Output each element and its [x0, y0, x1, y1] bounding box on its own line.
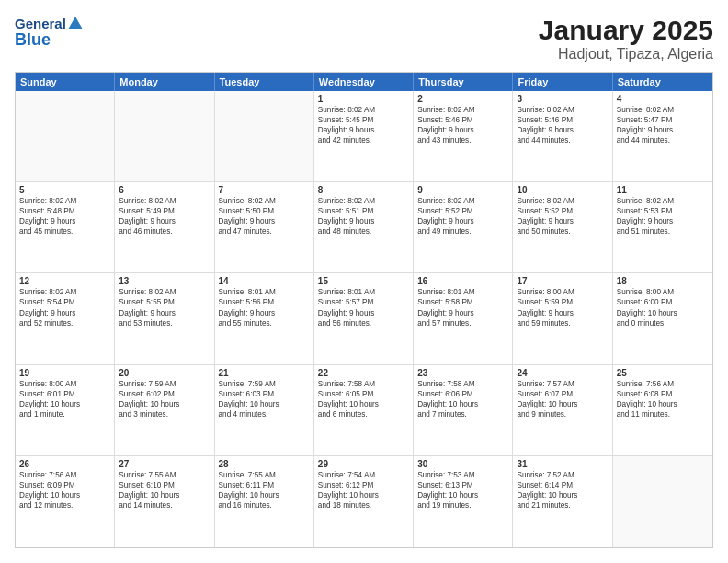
day-info-line: Daylight: 10 hours and 0 minutes.	[617, 309, 677, 327]
day-number: 19	[19, 368, 110, 378]
day-number: 14	[219, 276, 310, 286]
calendar-day-cell: 2Sunrise: 8:02 AMSunset: 5:46 PMDaylight…	[414, 91, 513, 181]
day-info-line: Daylight: 10 hours and 7 minutes.	[417, 400, 478, 419]
day-info-line: Sunrise: 7:55 AM	[119, 471, 176, 479]
day-number: 31	[517, 459, 608, 469]
day-number: 10	[517, 185, 608, 195]
day-number: 7	[219, 185, 310, 195]
day-number: 16	[417, 276, 508, 286]
day-info-line: Daylight: 10 hours and 9 minutes.	[517, 400, 577, 419]
day-info: Sunrise: 8:01 AMSunset: 5:58 PMDaylight:…	[417, 287, 508, 327]
calendar-week-row: 1Sunrise: 8:02 AMSunset: 5:45 PMDaylight…	[16, 91, 712, 182]
day-number: 28	[219, 459, 310, 469]
day-info: Sunrise: 7:55 AMSunset: 6:10 PMDaylight:…	[119, 470, 210, 511]
day-number: 20	[119, 368, 210, 378]
day-info-line: Daylight: 9 hours and 46 minutes.	[119, 217, 175, 236]
day-info: Sunrise: 7:58 AMSunset: 6:05 PMDaylight:…	[318, 379, 409, 419]
day-info-line: Daylight: 9 hours and 48 minutes.	[318, 217, 374, 236]
day-number: 17	[517, 276, 608, 286]
day-info-line: Daylight: 9 hours and 51 minutes.	[617, 217, 673, 236]
day-info-line: Daylight: 9 hours and 44 minutes.	[617, 126, 673, 144]
day-info-line: Sunrise: 7:52 AM	[517, 471, 574, 479]
weekday-header: Thursday	[414, 73, 513, 91]
day-number: 15	[318, 276, 409, 286]
day-number: 30	[417, 459, 508, 469]
day-info-line: Sunset: 6:08 PM	[617, 390, 673, 398]
day-number: 29	[318, 459, 409, 469]
day-info-line: Sunset: 5:57 PM	[318, 298, 374, 306]
day-info: Sunrise: 8:02 AMSunset: 5:55 PMDaylight:…	[119, 287, 210, 327]
day-info-line: Sunrise: 7:56 AM	[617, 380, 674, 388]
calendar-day-cell: 8Sunrise: 8:02 AMSunset: 5:51 PMDaylight…	[314, 182, 414, 272]
day-info: Sunrise: 7:59 AMSunset: 6:03 PMDaylight:…	[219, 379, 310, 419]
day-info-line: Sunrise: 7:55 AM	[219, 471, 276, 479]
day-info-line: Daylight: 9 hours and 42 minutes.	[318, 126, 374, 144]
day-info-line: Sunset: 6:06 PM	[417, 390, 473, 398]
day-info: Sunrise: 8:02 AMSunset: 5:46 PMDaylight:…	[517, 105, 608, 145]
day-info: Sunrise: 8:02 AMSunset: 5:53 PMDaylight:…	[617, 196, 709, 236]
calendar-day-cell: 14Sunrise: 8:01 AMSunset: 5:56 PMDayligh…	[215, 273, 314, 363]
calendar-day-cell: 10Sunrise: 8:02 AMSunset: 5:52 PMDayligh…	[513, 182, 612, 272]
calendar-day-cell: 27Sunrise: 7:55 AMSunset: 6:10 PMDayligh…	[115, 456, 214, 547]
day-info-line: Sunrise: 8:02 AM	[19, 197, 76, 205]
day-info-line: Daylight: 10 hours and 6 minutes.	[318, 400, 379, 419]
day-info-line: Sunrise: 7:59 AM	[119, 380, 176, 388]
day-info-line: Daylight: 9 hours and 44 minutes.	[517, 126, 573, 144]
calendar-day-cell	[215, 91, 314, 181]
day-info: Sunrise: 8:02 AMSunset: 5:47 PMDaylight:…	[617, 105, 709, 145]
calendar-day-cell: 30Sunrise: 7:53 AMSunset: 6:13 PMDayligh…	[414, 456, 513, 547]
page: General Blue January 2025 Hadjout, Tipaz…	[0, 0, 728, 563]
day-info: Sunrise: 8:02 AMSunset: 5:52 PMDaylight:…	[417, 196, 508, 236]
day-info-line: Sunset: 6:13 PM	[417, 481, 473, 489]
day-number: 18	[617, 276, 709, 286]
day-info-line: Sunrise: 7:53 AM	[417, 471, 474, 479]
day-info: Sunrise: 8:02 AMSunset: 5:54 PMDaylight:…	[19, 287, 110, 327]
calendar-week-row: 19Sunrise: 8:00 AMSunset: 6:01 PMDayligh…	[16, 365, 712, 456]
day-info-line: Sunset: 6:09 PM	[19, 481, 75, 489]
day-info-line: Sunset: 5:46 PM	[417, 116, 473, 124]
day-info-line: Sunrise: 8:02 AM	[617, 197, 674, 205]
weekday-header: Saturday	[613, 73, 712, 91]
day-info: Sunrise: 7:54 AMSunset: 6:12 PMDaylight:…	[318, 470, 409, 511]
day-info-line: Sunset: 6:02 PM	[119, 390, 175, 398]
calendar-day-cell: 3Sunrise: 8:02 AMSunset: 5:46 PMDaylight…	[513, 91, 612, 181]
day-number: 9	[417, 185, 508, 195]
day-info-line: Sunset: 5:46 PM	[517, 116, 573, 124]
day-info-line: Sunrise: 7:57 AM	[517, 380, 574, 388]
day-info: Sunrise: 8:02 AMSunset: 5:48 PMDaylight:…	[19, 196, 110, 236]
day-info-line: Sunset: 5:45 PM	[318, 116, 374, 124]
day-info-line: Daylight: 10 hours and 18 minutes.	[318, 491, 379, 510]
day-info-line: Sunset: 5:52 PM	[517, 207, 573, 215]
day-info: Sunrise: 8:01 AMSunset: 5:57 PMDaylight:…	[318, 287, 409, 327]
day-info-line: Sunset: 6:03 PM	[219, 390, 275, 398]
day-info-line: Sunrise: 7:56 AM	[19, 471, 76, 479]
day-info-line: Daylight: 10 hours and 12 minutes.	[19, 491, 80, 510]
day-info-line: Daylight: 9 hours and 59 minutes.	[517, 309, 573, 327]
day-info-line: Daylight: 10 hours and 4 minutes.	[219, 400, 279, 419]
day-info-line: Sunrise: 8:00 AM	[19, 380, 76, 388]
day-info-line: Sunrise: 7:54 AM	[318, 471, 375, 479]
calendar-body: 1Sunrise: 8:02 AMSunset: 5:45 PMDaylight…	[16, 91, 712, 547]
day-info: Sunrise: 8:02 AMSunset: 5:50 PMDaylight:…	[219, 196, 310, 236]
calendar-day-cell: 25Sunrise: 7:56 AMSunset: 6:08 PMDayligh…	[613, 365, 712, 455]
day-info: Sunrise: 7:57 AMSunset: 6:07 PMDaylight:…	[517, 379, 608, 419]
calendar-day-cell: 29Sunrise: 7:54 AMSunset: 6:12 PMDayligh…	[314, 456, 414, 547]
weekday-header: Monday	[115, 73, 214, 91]
day-number: 11	[617, 185, 709, 195]
day-info: Sunrise: 7:53 AMSunset: 6:13 PMDaylight:…	[417, 470, 508, 511]
day-info-line: Sunset: 6:07 PM	[517, 390, 573, 398]
day-info-line: Sunset: 5:49 PM	[119, 207, 175, 215]
day-number: 27	[119, 459, 210, 469]
day-info: Sunrise: 8:02 AMSunset: 5:51 PMDaylight:…	[318, 196, 409, 236]
calendar-day-cell: 6Sunrise: 8:02 AMSunset: 5:49 PMDaylight…	[115, 182, 214, 272]
day-info-line: Daylight: 9 hours and 49 minutes.	[417, 217, 473, 236]
day-info-line: Sunset: 6:14 PM	[517, 481, 573, 489]
day-info-line: Sunset: 5:47 PM	[617, 116, 673, 124]
day-info-line: Daylight: 9 hours and 53 minutes.	[119, 309, 175, 327]
day-info-line: Daylight: 9 hours and 55 minutes.	[219, 309, 275, 327]
calendar-day-cell: 21Sunrise: 7:59 AMSunset: 6:03 PMDayligh…	[215, 365, 314, 455]
day-info-line: Sunset: 6:00 PM	[617, 298, 673, 306]
calendar-day-cell: 11Sunrise: 8:02 AMSunset: 5:53 PMDayligh…	[613, 182, 712, 272]
logo-general: General	[15, 17, 66, 32]
day-number: 12	[19, 276, 110, 286]
